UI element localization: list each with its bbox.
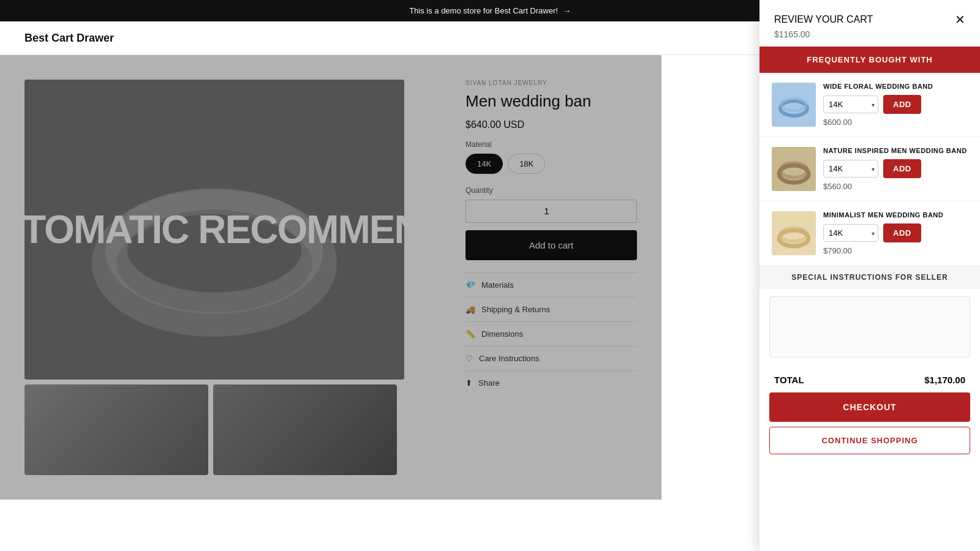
- quantity-label: Quantity: [466, 186, 637, 195]
- special-instructions-textarea[interactable]: [769, 296, 970, 358]
- recommendation-item-1: WIDE FLORAL WEDDING BAND 14K 18K ADD $60…: [760, 73, 980, 137]
- rec-controls-1: 14K 18K ADD: [823, 95, 968, 114]
- cart-item-price: $1165.00: [760, 27, 980, 47]
- rec-select-3[interactable]: 14K 18K: [823, 224, 878, 242]
- rec-name-1: WIDE FLORAL WEDDING BAND: [823, 83, 968, 90]
- total-label: TOTAL: [774, 375, 804, 385]
- recommendation-item-2: NATURE INSPIRED MEN WEDDING BAND 14K 18K…: [760, 137, 980, 201]
- care-label: Care Instructions: [479, 354, 539, 363]
- overlay-text: SHOW AUTOMATIC RECOMMENDATIONS: [24, 208, 404, 251]
- product-gallery: SHOW AUTOMATIC RECOMMENDATIONS: [24, 80, 441, 475]
- rec-info-2: NATURE INSPIRED MEN WEDDING BAND 14K 18K…: [823, 147, 968, 191]
- materials-label: Materials: [481, 280, 514, 290]
- rec-select-wrapper-3: 14K 18K: [823, 224, 878, 242]
- drawer-header: REVIEW YOUR CART ✕: [760, 0, 980, 27]
- shipping-detail[interactable]: 🚚 Shipping & Returns: [466, 297, 637, 321]
- quantity-input[interactable]: [466, 200, 637, 223]
- materials-icon: 💎: [466, 280, 475, 290]
- material-18k[interactable]: 18K: [508, 154, 545, 174]
- rec-select-wrapper-2: 14K 18K: [823, 160, 878, 178]
- total-value: $1,170.00: [924, 375, 965, 385]
- drawer-title: REVIEW YOUR CART: [774, 14, 873, 25]
- share-icon: ⬆: [466, 378, 472, 388]
- rec-price-1: $600.00: [823, 118, 968, 127]
- nav-logo: Best Cart Drawer: [24, 32, 768, 45]
- share-label: Share: [478, 378, 500, 388]
- care-icon: ♡: [466, 354, 473, 363]
- shipping-label: Shipping & Returns: [481, 305, 550, 314]
- rec-image-3: [772, 211, 816, 255]
- banner-text: This is a demo store for Best Cart Drawe…: [409, 6, 558, 15]
- frequently-bought-header: FREQUENTLY BOUGHT WITH: [760, 47, 980, 73]
- add-to-cart-button[interactable]: Add to cart: [466, 230, 637, 260]
- special-instructions-header: SPECIAL INSTRUCTIONS FOR SELLER: [760, 266, 980, 289]
- dimensions-label: Dimensions: [481, 329, 523, 339]
- close-drawer-button[interactable]: ✕: [955, 12, 965, 27]
- material-label: Material: [466, 140, 637, 149]
- shipping-icon: 🚚: [466, 305, 475, 314]
- materials-detail[interactable]: 💎 Materials: [466, 272, 637, 297]
- rec-info-1: WIDE FLORAL WEDDING BAND 14K 18K ADD $60…: [823, 83, 968, 127]
- product-brand: SIVAN LOTAN JEWELRY: [466, 80, 637, 86]
- total-row: TOTAL $1,170.00: [760, 365, 980, 392]
- rec-name-2: NATURE INSPIRED MEN WEDDING BAND: [823, 147, 968, 154]
- rec-controls-3: 14K 18K ADD: [823, 223, 968, 242]
- rec-price-2: $560.00: [823, 182, 968, 191]
- svg-rect-3: [772, 83, 816, 127]
- gallery-thumb-2: [213, 384, 397, 475]
- dimensions-icon: 📏: [466, 329, 475, 339]
- product-info: SIVAN LOTAN JEWELRY Men wedding ban $640…: [466, 80, 637, 475]
- product-title: Men wedding ban: [466, 91, 637, 112]
- rec-select-1[interactable]: 14K 18K: [823, 96, 878, 113]
- rec-image-1: [772, 83, 816, 127]
- main-content: SHOW AUTOMATIC RECOMMENDATIONS SIVAN LOT…: [0, 55, 980, 500]
- svg-rect-9: [772, 211, 816, 255]
- material-options: 14K 18K: [466, 154, 637, 174]
- material-14k[interactable]: 14K: [466, 154, 503, 174]
- rec-image-2: [772, 147, 816, 191]
- gallery-thumbnails: [24, 384, 441, 475]
- rec-add-button-3[interactable]: ADD: [883, 223, 921, 242]
- dimensions-detail[interactable]: 📏 Dimensions: [466, 321, 637, 346]
- rec-add-button-2[interactable]: ADD: [883, 159, 921, 178]
- product-price: $640.00 USD: [466, 119, 637, 130]
- rec-add-button-1[interactable]: ADD: [883, 95, 921, 114]
- rec-select-wrapper-1: 14K 18K: [823, 96, 878, 113]
- rec-select-2[interactable]: 14K 18K: [823, 160, 878, 178]
- gallery-main-image: SHOW AUTOMATIC RECOMMENDATIONS: [24, 80, 404, 380]
- share-row[interactable]: ⬆ Share: [466, 370, 637, 395]
- continue-shopping-button[interactable]: CONTINUE SHOPPING: [769, 427, 970, 454]
- care-detail[interactable]: ♡ Care Instructions: [466, 346, 637, 370]
- gallery-thumb-1: [24, 384, 208, 475]
- recommendation-item-3: MINIMALIST MEN WEDDING BAND 14K 18K ADD …: [760, 201, 980, 266]
- rec-name-3: MINIMALIST MEN WEDDING BAND: [823, 211, 968, 219]
- rec-info-3: MINIMALIST MEN WEDDING BAND 14K 18K ADD …: [823, 211, 968, 255]
- rec-price-3: $790.00: [823, 246, 968, 255]
- product-page: SHOW AUTOMATIC RECOMMENDATIONS SIVAN LOT…: [0, 55, 662, 500]
- cart-drawer: REVIEW YOUR CART ✕ $1165.00 FREQUENTLY B…: [760, 0, 980, 500]
- checkout-button[interactable]: CHECKOUT: [769, 392, 970, 422]
- banner-arrow: →: [563, 6, 571, 15]
- rec-controls-2: 14K 18K ADD: [823, 159, 968, 178]
